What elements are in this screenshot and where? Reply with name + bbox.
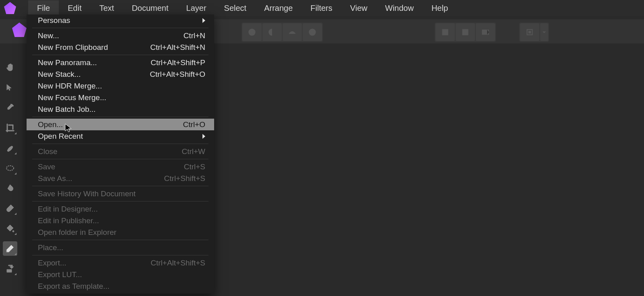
toolbar-button[interactable]	[262, 23, 282, 41]
toolbar-group-3	[519, 23, 549, 42]
menu-item-close: CloseCtrl+W	[27, 146, 214, 157]
menu-item-label: New Focus Merge...	[38, 93, 106, 102]
menu-item-personas[interactable]: Personas	[27, 14, 214, 26]
menu-item-shortcut: Ctrl+Shift+S	[164, 174, 205, 183]
menu-help[interactable]: Help	[423, 0, 457, 16]
menu-item-label: New From Clipboard	[38, 43, 108, 52]
toolbar-dropdown-arrow[interactable]	[540, 23, 548, 41]
hand-tool-icon[interactable]	[3, 60, 17, 75]
menu-edit[interactable]: Edit	[59, 0, 90, 16]
menu-item-label: Open...	[38, 120, 63, 129]
menu-item-shortcut: Ctrl+Alt+Shift+S	[151, 258, 205, 267]
menu-item-label: Open Recent	[38, 132, 83, 141]
menu-separator	[32, 159, 208, 159]
menu-item-new-stack[interactable]: New Stack...Ctrl+Alt+Shift+O	[27, 68, 214, 80]
menu-item-new-hdr-merge[interactable]: New HDR Merge...	[27, 80, 214, 92]
svg-point-1	[309, 29, 316, 35]
menu-item-label: Save	[38, 162, 55, 171]
menu-item-label: Export as Template...	[38, 282, 109, 291]
menu-separator	[32, 255, 208, 255]
menu-item-label: Open folder in Explorer	[38, 228, 116, 237]
menu-arrange[interactable]: Arrange	[255, 0, 301, 16]
svg-rect-3	[462, 29, 468, 35]
fill-tool-icon[interactable]	[3, 221, 17, 236]
menu-item-shortcut: Ctrl+W	[182, 147, 205, 156]
menu-item-open-folder-in-explorer: Open folder in Explorer	[27, 226, 214, 238]
menu-view[interactable]: View	[341, 0, 376, 16]
menu-item-label: Export...	[38, 258, 66, 267]
menu-item-export-as-template: Export as Template...	[27, 280, 214, 292]
menu-separator	[32, 240, 208, 240]
menu-separator	[32, 117, 208, 117]
menu-item-label: New HDR Merge...	[38, 81, 102, 90]
menu-item-export: Export...Ctrl+Alt+Shift+S	[27, 257, 214, 269]
menu-item-label: Save As...	[38, 174, 72, 183]
menu-item-shortcut: Ctrl+N	[184, 31, 205, 40]
file-menu-dropdown: PersonasNew...Ctrl+NNew From ClipboardCt…	[27, 14, 214, 294]
toolbar-button[interactable]	[456, 23, 475, 41]
svg-point-0	[248, 29, 255, 35]
menu-item-label: Personas	[38, 16, 70, 25]
menu-filters[interactable]: Filters	[301, 0, 341, 16]
menu-item-open-recent[interactable]: Open Recent	[27, 130, 214, 142]
menu-item-label: Edit in Designer...	[38, 204, 98, 214]
menu-item-shortcut: Ctrl+Alt+Shift+O	[150, 70, 205, 79]
svg-point-7	[6, 166, 14, 171]
menu-select[interactable]: Select	[215, 0, 256, 16]
svg-rect-2	[442, 29, 448, 35]
menu-item-shortcut: Ctrl+O	[183, 120, 205, 129]
paint-brush-tool-icon[interactable]	[3, 201, 17, 216]
toolbar-button[interactable]	[303, 23, 322, 41]
menu-item-open[interactable]: Open...Ctrl+O	[27, 119, 214, 130]
menu-item-edit-in-designer: Edit in Designer...	[27, 203, 214, 215]
marquee-tool-icon[interactable]	[3, 161, 17, 175]
toolbar-button[interactable]	[476, 23, 495, 41]
menu-separator	[32, 201, 208, 201]
menu-item-new-batch-job[interactable]: New Batch Job...	[27, 103, 214, 115]
menu-layer[interactable]: Layer	[178, 0, 215, 16]
menu-separator	[32, 144, 208, 144]
toolbar-button[interactable]	[520, 23, 539, 41]
clone-tool-icon[interactable]	[3, 261, 17, 276]
menu-item-place: Place...	[27, 242, 214, 253]
crop-tool-icon[interactable]	[3, 121, 17, 135]
menu-item-shortcut: Ctrl+Alt+Shift+N	[150, 43, 205, 52]
toolbar-button[interactable]	[283, 23, 302, 41]
menu-item-save-history-with-document: Save History With Document	[27, 188, 214, 199]
menu-item-new-panorama[interactable]: New Panorama...Ctrl+Alt+Shift+P	[27, 57, 214, 68]
menu-item-new-from-clipboard[interactable]: New From ClipboardCtrl+Alt+Shift+N	[27, 41, 214, 53]
color-picker-tool-icon[interactable]	[3, 101, 17, 115]
menu-item-shortcut: Ctrl+Alt+Shift+P	[151, 58, 205, 67]
menu-item-new[interactable]: New...Ctrl+N	[27, 30, 214, 41]
toolbar-group-2	[435, 23, 496, 42]
toolbar-group-1	[242, 23, 323, 42]
tool-strip	[0, 60, 20, 276]
persona-photo-icon[interactable]	[12, 23, 27, 37]
menu-item-label: Export LUT...	[38, 270, 82, 279]
toolbar-button[interactable]	[436, 23, 455, 41]
menu-item-new-focus-merge[interactable]: New Focus Merge...	[27, 92, 214, 103]
eraser-tool-icon[interactable]	[3, 241, 17, 256]
toolbar-button[interactable]	[242, 23, 262, 41]
menu-window[interactable]: Window	[376, 0, 423, 16]
menu-item-shortcut: Ctrl+S	[184, 162, 205, 171]
menu-item-save: SaveCtrl+S	[27, 161, 214, 173]
menu-document[interactable]: Document	[123, 0, 177, 16]
flood-select-tool-icon[interactable]	[3, 181, 17, 195]
submenu-arrow-icon	[202, 134, 205, 139]
menu-text[interactable]: Text	[91, 0, 123, 16]
menu-file[interactable]: File	[28, 0, 59, 16]
menu-item-export-lut: Export LUT...	[27, 269, 214, 280]
menu-item-save-as: Save As...Ctrl+Shift+S	[27, 173, 214, 184]
selection-brush-tool-icon[interactable]	[3, 141, 17, 155]
move-tool-icon[interactable]	[3, 80, 17, 95]
submenu-arrow-icon	[202, 18, 205, 23]
menu-separator	[32, 186, 208, 186]
app-logo-icon	[4, 2, 16, 14]
menu-item-label: New Stack...	[38, 70, 81, 79]
menu-item-label: Place...	[38, 243, 63, 252]
menu-separator	[32, 28, 208, 28]
menu-item-label: Close	[38, 147, 58, 156]
svg-rect-6	[528, 31, 531, 34]
menu-separator	[32, 55, 208, 55]
